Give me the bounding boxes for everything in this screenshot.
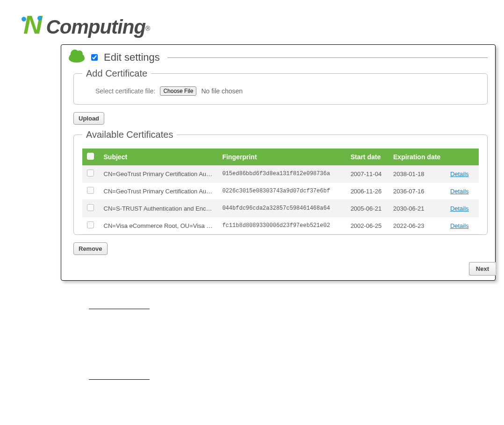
cell-fingerprint: fc11b8d8089330006d23f97eeb521e02 — [217, 217, 346, 234]
certificates-table: Subject Fingerprint Start date Expiratio… — [82, 149, 479, 234]
cell-subject: CN=GeoTrust Primary Certification Auth..… — [99, 165, 218, 183]
logo-n: N — [23, 10, 41, 39]
settings-panel: Edit settings Add Certificate Select cer… — [61, 44, 496, 281]
no-file-chosen-text: No file chosen — [201, 87, 243, 95]
row-checkbox[interactable] — [87, 170, 94, 177]
logo-reg: ® — [145, 25, 150, 32]
col-expiration: Expiration date — [389, 149, 446, 165]
cell-start: 2007-11-04 — [346, 165, 389, 183]
details-link[interactable]: Details — [450, 170, 469, 177]
details-link[interactable]: Details — [450, 222, 469, 229]
available-certificates-legend: Available Certificates — [82, 129, 177, 140]
col-start: Start date — [346, 149, 389, 165]
choose-file-button[interactable]: Choose File — [160, 86, 196, 96]
logo-rest: Computing — [46, 16, 145, 38]
table-row: CN=GeoTrust Primary Certification Auth..… — [82, 183, 479, 200]
add-certificate-legend: Add Certificate — [82, 68, 151, 79]
table-row: CN=Visa eCommerce Root, OU=Visa Int... f… — [82, 217, 479, 234]
table-row: CN=GeoTrust Primary Certification Auth..… — [82, 165, 479, 183]
cell-fingerprint: 015ed86bbd6f3d8ea131f812e098736a — [217, 165, 346, 183]
edit-settings-header: Edit settings — [69, 51, 488, 64]
details-link[interactable]: Details — [450, 205, 469, 212]
details-link[interactable]: Details — [450, 188, 469, 195]
edit-settings-title: Edit settings — [104, 51, 160, 64]
next-button[interactable]: Next — [469, 262, 496, 276]
cell-exp: 2036-07-16 — [389, 183, 446, 200]
row-checkbox[interactable] — [87, 204, 94, 211]
remove-button[interactable]: Remove — [73, 242, 108, 255]
cell-start: 2006-11-26 — [346, 183, 389, 200]
underline-icon — [89, 309, 150, 309]
available-certificates-section: Available Certificates Subject Fingerpri… — [73, 129, 488, 235]
cell-start: 2002-06-25 — [346, 217, 389, 234]
cell-exp: 2030-06-21 — [389, 200, 446, 217]
row-checkbox[interactable] — [87, 187, 94, 194]
decorative-underlines — [89, 309, 504, 380]
select-all-checkbox[interactable] — [87, 153, 94, 160]
cell-exp: 2038-01-18 — [389, 165, 446, 183]
cell-subject: CN=Visa eCommerce Root, OU=Visa Int... — [99, 217, 218, 234]
cell-start: 2005-06-21 — [346, 200, 389, 217]
add-certificate-section: Add Certificate Select certificate file:… — [73, 68, 488, 105]
logo-dot-left-icon — [22, 17, 26, 21]
upload-button[interactable]: Upload — [73, 112, 104, 125]
table-row: CN=S-TRUST Authentication and Encryp... … — [82, 200, 479, 217]
row-checkbox[interactable] — [87, 221, 94, 228]
cloud-icon — [69, 52, 85, 63]
divider-line — [167, 57, 488, 58]
select-file-label: Select certificate file: — [95, 87, 155, 95]
logo: NComputing® — [19, 9, 504, 40]
logo-dot-right-icon — [37, 16, 42, 21]
underline-icon — [89, 379, 150, 380]
cell-exp: 2022-06-23 — [389, 217, 446, 234]
cell-subject: CN=S-TRUST Authentication and Encryp... — [99, 200, 218, 217]
col-fingerprint: Fingerprint — [217, 149, 346, 165]
col-subject: Subject — [99, 149, 218, 165]
cell-subject: CN=GeoTrust Primary Certification Auth..… — [99, 183, 218, 200]
cell-fingerprint: 044bfdc96cda2a32857c598461468a64 — [217, 200, 346, 217]
cell-fingerprint: 0226c3015e08303743a9d07dcf37e6bf — [217, 183, 346, 200]
edit-settings-checkbox[interactable] — [91, 54, 98, 61]
